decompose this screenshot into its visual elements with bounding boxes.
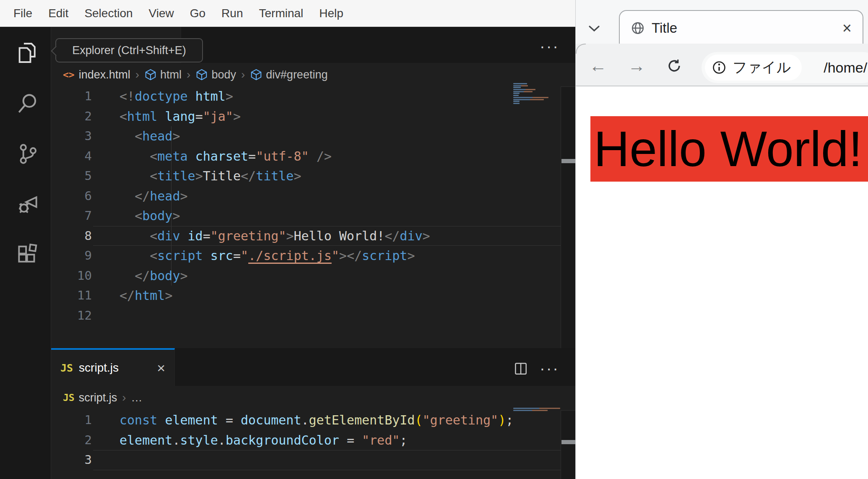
- html-file-icon: <>: [63, 69, 75, 80]
- more-actions-icon[interactable]: ···: [540, 361, 559, 377]
- line-number: 9: [51, 246, 92, 266]
- code-line[interactable]: 1const element = document.getElementById…: [51, 410, 561, 430]
- menu-item-go[interactable]: Go: [182, 7, 213, 20]
- menu-bar: FileEditSelectionViewGoRunTerminalHelp: [0, 0, 575, 27]
- code-line[interactable]: 9 <script src="./script.js"></script>: [51, 246, 561, 266]
- symbol-cube-icon: [144, 68, 157, 81]
- line-number: 5: [51, 166, 92, 186]
- scrollbar[interactable]: [561, 86, 575, 348]
- line-number: 11: [51, 286, 92, 306]
- tab-list-chevron-down-icon[interactable]: [585, 20, 603, 37]
- menu-item-file[interactable]: File: [5, 7, 40, 20]
- code-text: const element = document.getElementById(…: [120, 410, 513, 430]
- minimap[interactable]: [513, 408, 561, 411]
- code-line[interactable]: 8 <div id="greeting">Hello World!</div>: [51, 226, 561, 246]
- line-number: 1: [51, 410, 92, 430]
- back-icon[interactable]: ←: [588, 56, 608, 75]
- breadcrumb-item[interactable]: div#greeting: [266, 68, 327, 81]
- globe-icon: [631, 21, 645, 35]
- code-line[interactable]: 6 </head>: [51, 186, 561, 206]
- breadcrumb-item-file[interactable]: script.js: [79, 391, 117, 404]
- split-editor-icon[interactable]: [513, 361, 529, 377]
- browser-page: Hello World!: [576, 86, 868, 479]
- symbol-cube-icon: [195, 68, 208, 81]
- breadcrumb: JS script.js › …: [51, 386, 561, 409]
- menu-item-edit[interactable]: Edit: [40, 7, 76, 20]
- chevron-right-icon: ›: [187, 68, 190, 81]
- menu-item-view[interactable]: View: [141, 7, 182, 20]
- url-text: /home/u: [824, 60, 868, 76]
- code-line[interactable]: 3: [51, 450, 561, 470]
- code-line[interactable]: 2<html lang="ja">: [51, 107, 561, 127]
- js-file-icon: JS: [63, 392, 75, 403]
- explorer-tooltip: Explorer (Ctrl+Shift+E): [55, 38, 203, 62]
- line-number: 3: [51, 126, 92, 146]
- menu-item-terminal[interactable]: Terminal: [251, 7, 311, 20]
- run-and-debug-icon[interactable]: [15, 191, 41, 217]
- code-line[interactable]: 12: [51, 306, 561, 326]
- code-line[interactable]: 4 <meta charset="utf-8" />: [51, 146, 561, 167]
- scrollbar-thumb[interactable]: [561, 440, 575, 444]
- breadcrumb-item-more[interactable]: …: [131, 391, 143, 404]
- close-tab-icon[interactable]: ×: [157, 361, 165, 375]
- line-number: 2: [51, 430, 92, 450]
- forward-icon[interactable]: →: [627, 56, 646, 75]
- vscode-window: FileEditSelectionViewGoRunTerminalHelp: [0, 0, 575, 479]
- code-text: </head>: [120, 186, 188, 206]
- explorer-icon[interactable]: [15, 40, 41, 66]
- code-editor-index-html[interactable]: 1<!doctype html>2<html lang="ja">3 <head…: [51, 86, 561, 348]
- extensions-icon[interactable]: [15, 242, 41, 268]
- code-text: <head>: [120, 126, 180, 146]
- line-number: 8: [51, 226, 92, 246]
- chevron-right-icon: ›: [122, 391, 126, 404]
- symbol-cube-icon: [250, 68, 262, 81]
- browser-tab-title[interactable]: Title ×: [619, 10, 863, 45]
- close-tab-icon[interactable]: ×: [842, 20, 852, 36]
- site-info-chip[interactable]: ファイル: [705, 55, 802, 81]
- greeting-text: Hello World!: [590, 124, 862, 174]
- menu-item-help[interactable]: Help: [311, 7, 351, 20]
- browser-tab-label: Title: [652, 20, 677, 36]
- line-number: 1: [51, 86, 92, 107]
- minimap[interactable]: [513, 83, 561, 105]
- code-line[interactable]: 2element.style.backgroundColor = "red";: [51, 430, 561, 450]
- code-text: </html>: [120, 286, 172, 306]
- line-number: 12: [51, 306, 92, 326]
- address-bar[interactable]: ファイル /home/u: [702, 52, 868, 83]
- screen: FileEditSelectionViewGoRunTerminalHelp: [0, 0, 868, 479]
- code-text: </body>: [120, 266, 188, 286]
- activity-bar: [0, 27, 51, 479]
- breadcrumb-item[interactable]: body: [211, 68, 236, 81]
- reload-icon[interactable]: [665, 56, 684, 75]
- greeting-div: Hello World!: [590, 116, 868, 182]
- menu-item-selection[interactable]: Selection: [76, 7, 140, 20]
- chevron-right-icon: ›: [135, 68, 139, 81]
- code-line[interactable]: 7 <body>: [51, 206, 561, 226]
- code-text: <script src="./script.js"></script>: [120, 246, 415, 266]
- scrollbar-thumb[interactable]: [561, 159, 575, 163]
- line-number: 10: [51, 266, 92, 286]
- code-line[interactable]: 11</html>: [51, 286, 561, 306]
- code-line[interactable]: 3 <head>: [51, 126, 561, 146]
- code-text: <body>: [120, 206, 180, 226]
- code-editor-script-js[interactable]: 1const element = document.getElementById…: [51, 410, 561, 479]
- breadcrumb-item-file[interactable]: index.html: [79, 68, 130, 81]
- code-line[interactable]: 5 <title>Title</title>: [51, 166, 561, 186]
- search-icon[interactable]: [15, 91, 41, 117]
- line-number: 4: [51, 146, 92, 167]
- tooltip-text: Explorer (Ctrl+Shift+E): [72, 44, 186, 57]
- scrollbar[interactable]: [561, 410, 575, 479]
- menu-item-run[interactable]: Run: [213, 7, 251, 20]
- info-icon: [712, 60, 727, 75]
- code-line[interactable]: 10 </body>: [51, 266, 561, 286]
- more-actions-icon[interactable]: ···: [540, 39, 559, 55]
- breadcrumb: <> index.html › html › body › div#greeti…: [51, 63, 561, 86]
- breadcrumb-item[interactable]: html: [160, 68, 182, 81]
- code-text: <title>Title</title>: [120, 166, 301, 186]
- source-control-icon[interactable]: [15, 141, 41, 167]
- browser-toolbar: ← → ファイル /home/u: [576, 44, 868, 86]
- code-line[interactable]: 1<!doctype html>: [51, 86, 561, 107]
- chevron-right-icon: ›: [241, 68, 245, 81]
- tab-script-js[interactable]: JS script.js ×: [51, 348, 175, 386]
- code-text: <meta charset="utf-8" />: [120, 146, 332, 167]
